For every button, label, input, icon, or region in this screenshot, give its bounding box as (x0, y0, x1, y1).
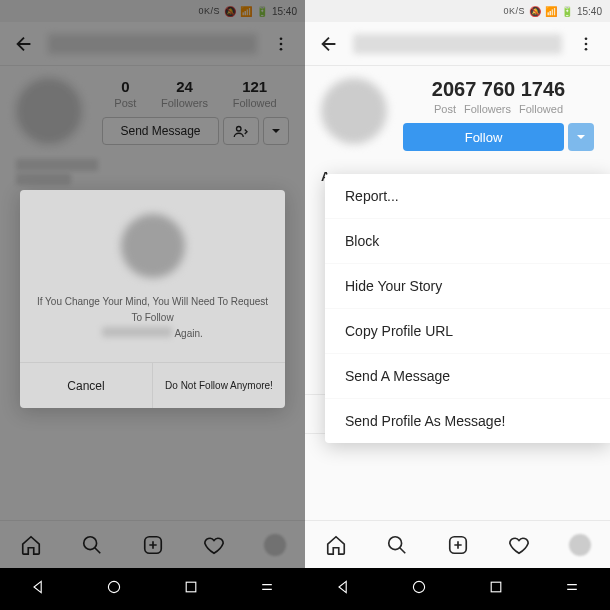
avatar[interactable] (321, 78, 387, 144)
username (353, 34, 562, 54)
status-bar: 0K/S 🔕 📶 🔋 15:40 (305, 0, 610, 22)
sys-drawer[interactable] (564, 579, 580, 599)
sys-back[interactable] (30, 579, 46, 599)
sys-drawer[interactable] (259, 579, 275, 599)
nav-search[interactable] (366, 521, 427, 568)
profile-info: 2067 760 1746 Post Followers Followed Fo… (305, 66, 610, 159)
sys-recent[interactable] (488, 579, 504, 599)
right-screen: 0K/S 🔕 📶 🔋 15:40 2067 760 1746 Post Foll… (305, 0, 610, 568)
svg-point-8 (585, 37, 588, 40)
clock: 15:40 (577, 6, 602, 17)
dialog-avatar (121, 214, 185, 278)
svg-rect-21 (491, 582, 501, 592)
menu-send-profile[interactable]: Send Profile As Message! (325, 399, 610, 443)
left-screen: 0K/S 🔕 📶 🔋 15:40 0 Post (0, 0, 305, 568)
unfollow-confirm-button[interactable]: Do Not Follow Anymore! (153, 363, 285, 408)
stats-numbers[interactable]: 2067 760 1746 (403, 78, 594, 101)
options-menu-button[interactable] (570, 28, 602, 60)
system-navigation (0, 568, 610, 610)
wifi-icon: 📶 (545, 6, 557, 17)
menu-block[interactable]: Block (325, 219, 610, 264)
menu-send-message[interactable]: Send A Message (325, 354, 610, 399)
sys-recent[interactable] (183, 579, 199, 599)
mute-icon: 🔕 (529, 6, 541, 17)
menu-copy-url[interactable]: Copy Profile URL (325, 309, 610, 354)
nav-activity[interactable] (488, 521, 549, 568)
svg-point-20 (414, 581, 425, 592)
stats-labels: Post Followers Followed (403, 103, 594, 115)
dialog-text: If You Change Your Mind, You Will Need T… (20, 294, 285, 362)
sys-back[interactable] (335, 579, 351, 599)
nav-profile[interactable] (549, 521, 610, 568)
dropdown-button[interactable] (568, 123, 594, 151)
network-speed: 0K/S (503, 6, 525, 16)
sys-home[interactable] (411, 579, 427, 599)
svg-point-18 (109, 581, 120, 592)
svg-point-9 (585, 42, 588, 45)
options-menu: Report... Block Hide Your Story Copy Pro… (325, 174, 610, 443)
nav-add[interactable] (427, 521, 488, 568)
nav-home[interactable] (305, 521, 366, 568)
battery-icon: 🔋 (561, 6, 573, 17)
unfollow-dialog: If You Change Your Mind, You Will Need T… (20, 190, 285, 408)
svg-rect-19 (186, 582, 196, 592)
header (305, 22, 610, 66)
back-button[interactable] (313, 28, 345, 60)
menu-hide-story[interactable]: Hide Your Story (325, 264, 610, 309)
svg-point-16 (388, 536, 401, 549)
svg-point-10 (585, 47, 588, 50)
sys-home[interactable] (106, 579, 122, 599)
follow-button[interactable]: Follow (403, 123, 564, 151)
menu-report[interactable]: Report... (325, 174, 610, 219)
bottom-nav (305, 520, 610, 568)
cancel-button[interactable]: Cancel (20, 363, 153, 408)
